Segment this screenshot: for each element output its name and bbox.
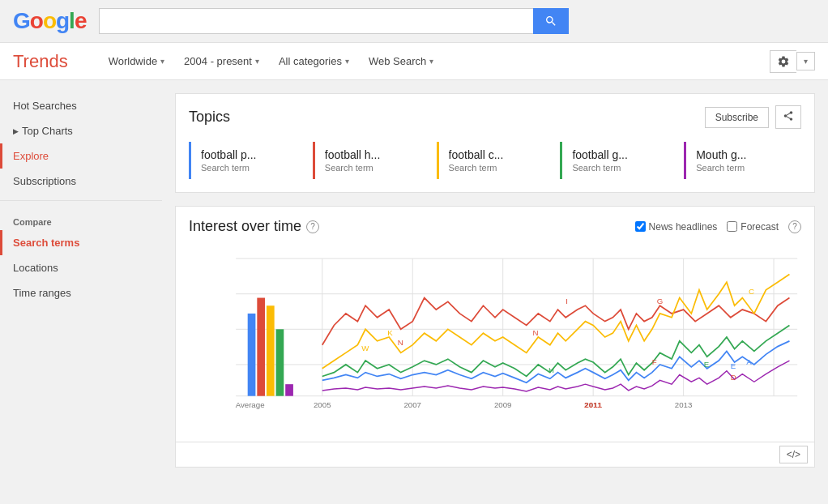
topic-type-5: Search term <box>696 163 792 173</box>
sidebar-item-explore[interactable]: Explore <box>0 143 162 169</box>
subscribe-button[interactable]: Subscribe <box>705 107 769 128</box>
interest-help-icon[interactable]: ? <box>306 220 319 233</box>
main-layout: Hot Searches Top Charts Explore Subscrip… <box>0 80 828 504</box>
subheader: Trends Worldwide ▾ 2004 - present ▾ All … <box>0 43 828 80</box>
search-icon <box>544 15 557 28</box>
filter-date-range[interactable]: 2004 - present ▾ <box>176 50 267 72</box>
interest-card: Interest over time ? News headlines Fore… <box>175 206 815 468</box>
filter-categories[interactable]: All categories ▾ <box>271 50 357 72</box>
topic-type-3: Search term <box>449 163 544 173</box>
trends-title: Trends <box>13 51 68 72</box>
topic-name-4: football g... <box>572 148 668 161</box>
topic-type-2: Search term <box>325 163 420 173</box>
topics-title: Topics <box>189 109 230 126</box>
topic-item-2[interactable]: football h... Search term <box>313 142 430 179</box>
svg-text:N: N <box>533 328 539 337</box>
svg-text:2005: 2005 <box>314 400 331 409</box>
svg-text:W: W <box>361 344 369 352</box>
svg-text:A: A <box>746 357 752 366</box>
svg-text:N: N <box>398 338 403 347</box>
news-headlines-checkbox-label[interactable]: News headlines <box>635 221 718 233</box>
topic-type-4: Search term <box>572 163 668 173</box>
svg-text:2011: 2011 <box>584 400 602 409</box>
svg-text:K: K <box>387 328 393 337</box>
sidebar: Hot Searches Top Charts Explore Subscrip… <box>0 80 162 504</box>
filter-search-type[interactable]: Web Search ▾ <box>361 50 442 72</box>
chevron-down-icon: ▾ <box>345 57 349 66</box>
topic-name-3: football c... <box>449 148 544 161</box>
settings-dropdown-button[interactable]: ▾ <box>796 52 815 70</box>
bottom-bar: </> <box>176 442 814 467</box>
settings-button[interactable] <box>770 50 796 73</box>
chevron-down-icon: ▾ <box>804 57 808 66</box>
google-logo: Google <box>13 8 86 34</box>
search-input[interactable] <box>99 8 533 34</box>
chevron-down-icon: ▾ <box>160 57 164 66</box>
chevron-down-icon: ▾ <box>429 57 433 66</box>
svg-text:D: D <box>731 373 736 382</box>
topic-name-1: football p... <box>201 148 297 161</box>
forecast-checkbox[interactable] <box>727 221 737 232</box>
topic-name-2: football h... <box>325 148 420 161</box>
svg-rect-13 <box>267 305 275 395</box>
filter-group: Worldwide ▾ 2004 - present ▾ All categor… <box>100 50 770 72</box>
sidebar-item-search-terms[interactable]: Search terms <box>0 230 162 255</box>
interest-header: Interest over time ? News headlines Fore… <box>176 207 814 241</box>
search-button[interactable] <box>533 8 569 34</box>
sidebar-item-locations[interactable]: Locations <box>0 255 162 280</box>
interest-title-group: Interest over time ? <box>189 218 319 235</box>
compare-header: Compare <box>0 207 162 230</box>
svg-text:E: E <box>704 360 710 369</box>
topic-type-1: Search term <box>201 163 297 173</box>
topic-item-4[interactable]: football g... Search term <box>560 142 677 179</box>
content-area: Topics Subscribe football p... Search te… <box>162 80 828 504</box>
interest-controls: News headlines Forecast ? <box>635 220 801 233</box>
svg-text:F: F <box>652 357 657 366</box>
svg-rect-14 <box>276 329 284 395</box>
topics-card-actions: Subscribe <box>705 105 801 129</box>
topics-card: Topics Subscribe football p... Search te… <box>175 93 815 193</box>
topics-card-header: Topics Subscribe <box>176 94 814 135</box>
forecast-checkbox-label[interactable]: Forecast <box>727 221 779 233</box>
share-button[interactable] <box>775 105 801 129</box>
topic-item-1[interactable]: football p... Search term <box>189 142 306 179</box>
header: Google <box>0 0 828 43</box>
chart-area: I G C N K N W H F E E D A Average 2005 <box>176 241 814 442</box>
svg-text:E: E <box>731 361 736 370</box>
sidebar-divider <box>0 200 162 201</box>
interest-title: Interest over time <box>189 218 301 235</box>
topic-item-3[interactable]: football c... Search term <box>437 142 554 179</box>
share-icon <box>783 110 794 122</box>
sidebar-item-top-charts[interactable]: Top Charts <box>0 118 162 143</box>
svg-rect-15 <box>285 384 293 396</box>
chevron-down-icon: ▾ <box>255 57 259 66</box>
sidebar-item-time-ranges[interactable]: Time ranges <box>0 280 162 305</box>
topic-name-5: Mouth g... <box>696 148 792 161</box>
interest-chart: I G C N K N W H F E E D A Average 2005 <box>189 248 801 426</box>
sidebar-item-hot-searches[interactable]: Hot Searches <box>0 93 162 118</box>
filter-worldwide[interactable]: Worldwide ▾ <box>100 50 173 72</box>
topic-item-5[interactable]: Mouth g... Search term <box>684 142 801 179</box>
forecast-help-icon[interactable]: ? <box>788 220 801 233</box>
svg-text:H: H <box>548 365 554 374</box>
search-bar <box>99 8 569 34</box>
topics-list: football p... Search term football h... … <box>176 135 814 192</box>
svg-text:G: G <box>657 297 664 305</box>
news-headlines-checkbox[interactable] <box>635 221 646 232</box>
svg-rect-11 <box>248 314 256 396</box>
svg-text:2013: 2013 <box>675 400 693 409</box>
sidebar-item-subscriptions[interactable]: Subscriptions <box>0 169 162 194</box>
gear-icon <box>777 55 790 68</box>
svg-rect-12 <box>257 298 265 396</box>
svg-text:Average: Average <box>236 400 265 409</box>
embed-code-button[interactable]: </> <box>779 446 808 463</box>
svg-text:2007: 2007 <box>403 400 421 409</box>
svg-text:2009: 2009 <box>494 400 512 409</box>
svg-text:C: C <box>749 287 754 296</box>
settings-group: ▾ <box>770 50 815 73</box>
svg-text:I: I <box>566 297 568 305</box>
